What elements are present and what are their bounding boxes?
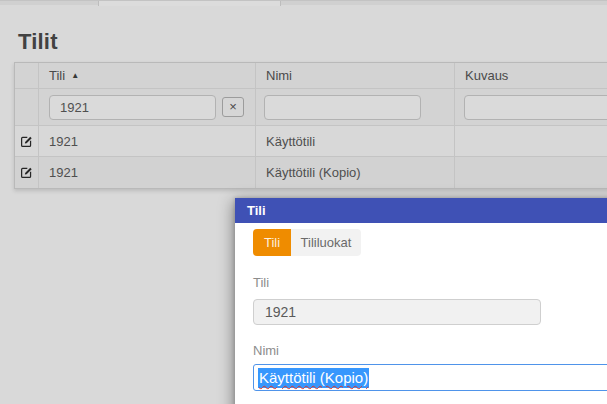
accounts-table: Tili ▲ Nimi Kuvaus × [14, 62, 607, 189]
filter-cell-nimi [256, 89, 455, 125]
field-label-nimi: Nimi [253, 344, 607, 358]
cell-nimi: Käyttötili (Kopio) [256, 157, 455, 188]
row-actions-cell [15, 157, 39, 188]
filter-cell-tili: × [39, 89, 256, 125]
header-cell-kuvaus[interactable]: Kuvaus [455, 63, 607, 88]
filter-input-nimi[interactable] [264, 95, 421, 120]
dialog-tabs: Tili Tililuokat [253, 229, 607, 256]
selected-text: Käyttötili (Kopio) [258, 368, 369, 388]
dialog-title: Tili [247, 203, 266, 218]
app-window: Tilit Tili ▲ Nimi Kuvaus × [0, 0, 607, 404]
dialog-body: Tili Tililuokat Tili Nimi Käyttötili (Ko… [235, 229, 607, 391]
edit-row-button[interactable] [15, 157, 38, 188]
table-header-row: Tili ▲ Nimi Kuvaus [15, 63, 607, 89]
header-cell-nimi[interactable]: Nimi [256, 63, 455, 88]
clear-filter-button[interactable]: × [222, 97, 244, 117]
browser-tab-edge [98, 1, 281, 6]
filter-cell-kuvaus [455, 89, 607, 125]
cell-kuvaus [455, 157, 607, 188]
tab-tili[interactable]: Tili [253, 229, 291, 256]
row-actions-cell [15, 126, 39, 156]
table-filter-row: × [15, 89, 607, 126]
page-title: Tilit [18, 29, 58, 55]
account-number-field[interactable] [253, 299, 541, 325]
sort-ascending-icon: ▲ [71, 72, 79, 80]
column-label-nimi: Nimi [266, 68, 292, 83]
cell-tili: 1921 [39, 126, 256, 156]
edit-icon [20, 166, 33, 179]
header-cell-tili[interactable]: Tili ▲ [39, 63, 256, 88]
filter-cell-actions [15, 89, 39, 125]
close-icon: × [229, 98, 237, 116]
cell-nimi: Käyttötili [256, 126, 455, 156]
account-dialog: Tili Tili Tililuokat Tili Nimi Käyttötil… [235, 198, 607, 404]
header-cell-actions [15, 63, 39, 88]
browser-chrome-edge [0, 0, 607, 5]
field-label-tili: Tili [253, 276, 607, 290]
dialog-titlebar: Tili [235, 198, 607, 223]
tab-tililuokat[interactable]: Tililuokat [291, 229, 361, 256]
account-name-field[interactable]: Käyttötili (Kopio) [253, 364, 607, 391]
table-row: 1921 Käyttötili [15, 126, 607, 157]
filter-input-tili[interactable] [49, 95, 216, 120]
filter-input-kuvaus[interactable] [464, 95, 607, 120]
column-label-kuvaus: Kuvaus [465, 68, 508, 83]
column-label-tili: Tili [49, 68, 65, 83]
table-row: 1921 Käyttötili (Kopio) [15, 157, 607, 188]
cell-kuvaus [455, 126, 607, 156]
cell-tili: 1921 [39, 157, 256, 188]
edit-icon [20, 135, 33, 148]
edit-row-button[interactable] [15, 126, 38, 156]
